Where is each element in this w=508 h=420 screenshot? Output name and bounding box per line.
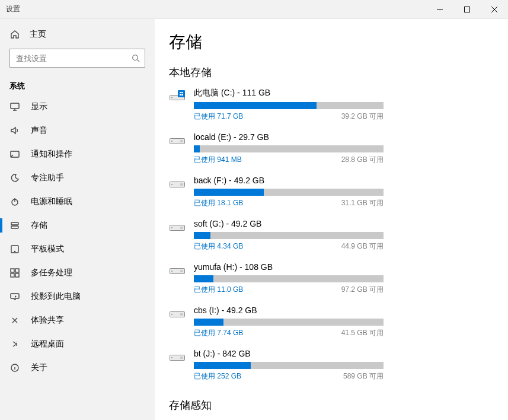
sidebar-section-title: 系统 [0,76,155,95]
drive-used-label: 已使用 11.0 GB [194,285,243,295]
maximize-icon [464,7,470,12]
svg-rect-39 [180,357,183,359]
svg-rect-30 [180,227,183,229]
drive-usage-bar [194,189,384,196]
drive-free-label: 589 GB 可用 [343,371,384,381]
storage-icon [9,220,20,231]
minimize-button[interactable] [426,0,453,18]
sidebar-item-about[interactable]: 关于 [0,356,155,380]
svg-rect-9 [11,269,14,272]
svg-rect-33 [180,270,183,272]
search-input[interactable] [9,49,145,68]
sidebar-item-label: 电源和睡眠 [31,196,72,207]
sidebar-item-project[interactable]: 投影到此电脑 [0,285,155,308]
svg-rect-20 [180,94,181,96]
svg-point-26 [171,184,172,185]
about-icon [9,362,20,373]
sidebar: 主页 系统 显示声音通知和操作专注助手电源和睡眠存储平板模式多任务处理投影到此电… [0,19,155,420]
drive-free-label: 44.9 GB 可用 [341,241,384,252]
sidebar-item-label: 远程桌面 [31,339,64,349]
drive-free-label: 97.2 GB 可用 [341,285,384,295]
svg-point-8 [14,251,15,252]
drive-icon [169,349,186,365]
svg-point-1 [133,55,138,61]
drive-icon [169,262,186,279]
sidebar-item-focus[interactable]: 专注助手 [0,166,155,190]
svg-rect-18 [180,92,181,93]
content-area[interactable]: 存储 本地存储 此电脑 (C:) - 111 GB已使用 71.7 GB39.2… [155,19,508,420]
drive-icon [169,219,186,236]
svg-rect-19 [181,92,183,93]
system-drive-icon [169,88,186,104]
display-icon [9,101,20,112]
power-icon [9,196,20,207]
svg-point-16 [171,97,172,98]
drive-name: back (F:) - 49.2 GB [194,176,384,185]
sidebar-item-power[interactable]: 电源和睡眠 [0,190,155,214]
svg-point-32 [171,271,172,272]
maximize-button[interactable] [453,0,481,18]
drive-row[interactable]: soft (G:) - 49.2 GB已使用 4.34 GB44.9 GB 可用 [169,219,494,252]
sidebar-item-tablet[interactable]: 平板模式 [0,237,155,261]
svg-rect-36 [180,313,183,316]
drive-row[interactable]: locald (E:) - 29.7 GB已使用 941 MB28.8 GB 可… [169,132,494,165]
drive-used-label: 已使用 71.7 GB [194,112,243,122]
drive-usage-bar [194,319,384,326]
sidebar-item-notify[interactable]: 通知和操作 [0,142,155,166]
sidebar-home[interactable]: 主页 [0,23,155,46]
sidebar-item-label: 多任务处理 [31,268,72,278]
multitask-icon [9,268,20,278]
close-button[interactable] [481,0,508,18]
drive-name: bt (J:) - 842 GB [194,349,384,358]
svg-rect-2 [11,103,19,109]
drive-name: 此电脑 (C:) - 111 GB [194,88,384,98]
drive-free-label: 28.8 GB 可用 [341,155,384,165]
sidebar-item-sound[interactable]: 声音 [0,119,155,142]
home-icon [9,29,20,40]
sidebar-item-label: 显示 [31,101,47,112]
sidebar-home-label: 主页 [30,29,46,40]
sidebar-item-label: 存储 [31,220,47,231]
titlebar: 设置 [0,0,508,19]
sidebar-item-label: 体验共享 [31,315,64,326]
drive-usage-bar [194,102,384,109]
drive-free-label: 41.5 GB 可用 [341,328,384,338]
svg-rect-11 [11,273,14,277]
drive-icon [169,176,186,192]
sidebar-item-shared[interactable]: 体验共享 [0,308,155,332]
drive-row[interactable]: bt (J:) - 842 GB已使用 252 GB589 GB 可用 [169,349,494,381]
page-title: 存储 [169,31,494,53]
drive-row[interactable]: 此电脑 (C:) - 111 GB已使用 71.7 GB39.2 GB 可用 [169,88,494,122]
search-field[interactable] [10,54,127,63]
drive-row[interactable]: back (F:) - 49.2 GB已使用 18.1 GB31.1 GB 可用 [169,176,494,208]
svg-rect-12 [15,273,19,277]
sound-icon [9,125,20,136]
drive-used-label: 已使用 7.74 GB [194,328,243,338]
svg-rect-5 [11,222,18,225]
drive-used-label: 已使用 18.1 GB [194,198,243,208]
sidebar-item-multitask[interactable]: 多任务处理 [0,261,155,285]
drive-usage-bar [194,232,384,239]
drive-row[interactable]: cbs (I:) - 49.2 GB已使用 7.74 GB41.5 GB 可用 [169,306,494,338]
remote-icon [9,339,20,349]
notify-icon [9,149,20,160]
drive-usage-bar [194,145,384,152]
svg-point-38 [171,357,172,358]
drive-name: yumufa (H:) - 108 GB [194,262,384,272]
shared-icon [9,315,20,326]
svg-point-29 [171,227,172,228]
sidebar-item-remote[interactable]: 远程桌面 [0,332,155,356]
svg-rect-24 [180,140,183,142]
sidebar-item-label: 平板模式 [31,244,64,254]
search-icon [127,54,145,62]
sidebar-item-storage[interactable]: 存储 [0,214,155,237]
window-title: 设置 [0,4,20,14]
drive-row[interactable]: yumufa (H:) - 108 GB已使用 11.0 GB97.2 GB 可… [169,262,494,295]
window-controls [426,0,508,18]
drive-used-label: 已使用 941 MB [194,155,242,165]
close-icon [491,7,497,12]
focus-icon [9,173,20,183]
sidebar-item-label: 关于 [31,362,47,373]
drive-name: soft (G:) - 49.2 GB [194,219,384,228]
sidebar-item-display[interactable]: 显示 [0,95,155,119]
